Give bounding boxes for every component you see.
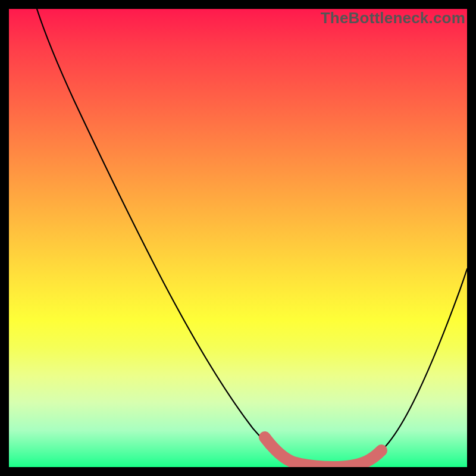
highlight-marker (265, 437, 381, 467)
chart-svg (9, 9, 467, 467)
chart-frame: TheBottleneck.com (0, 0, 476, 476)
bottleneck-curve (37, 9, 467, 467)
